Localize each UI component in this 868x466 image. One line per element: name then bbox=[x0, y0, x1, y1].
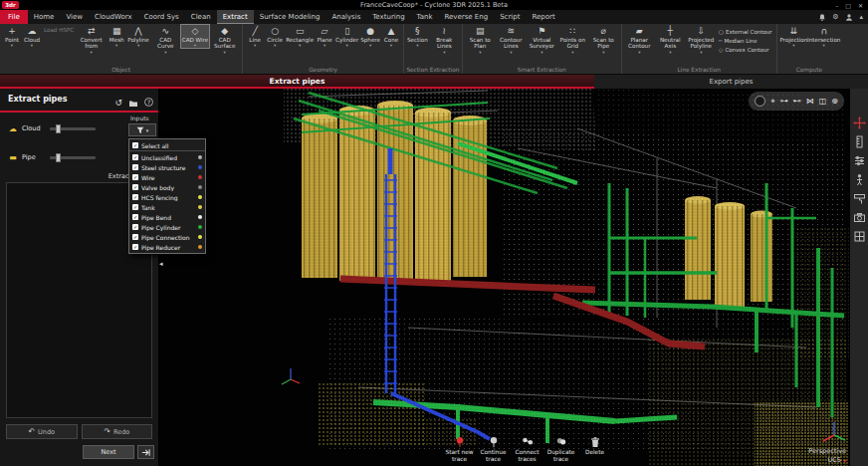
class-filter-option[interactable]: ✓ Pipe Bend bbox=[129, 212, 205, 222]
split-view-icon[interactable]: ◫ bbox=[819, 98, 827, 106]
ribbon-tab[interactable]: View bbox=[60, 10, 89, 24]
add-fitting-icon[interactable]: ⊕ bbox=[831, 98, 838, 106]
delete-trace-button[interactable]: Delete bbox=[579, 436, 610, 462]
ribbon-item[interactable]: ▭ Rectangle ▾ bbox=[285, 25, 315, 48]
class-filter-option[interactable]: ✓ Unclassified bbox=[129, 152, 205, 162]
ribbon-tab[interactable]: Reverse Eng bbox=[438, 10, 494, 24]
ribbon-item[interactable]: ⋀ Polyline ▾ bbox=[126, 25, 150, 48]
ribbon-item[interactable]: ▤ Scan to Plan ▾ bbox=[465, 25, 496, 55]
ribbon-small-item[interactable]: ─ Median Line bbox=[719, 37, 772, 44]
ribbon-small-item[interactable]: ◇ Convex Contour bbox=[719, 46, 772, 53]
continue-trace-button[interactable]: Continue trace bbox=[478, 436, 509, 462]
connect-traces-button[interactable]: Connect traces bbox=[512, 436, 542, 462]
ribbon-tab[interactable]: Texturing bbox=[366, 10, 410, 24]
run-step-button[interactable] bbox=[137, 445, 154, 459]
ribbon-tab[interactable]: Clean bbox=[185, 10, 217, 24]
ucs-label[interactable]: UCS bbox=[828, 456, 841, 464]
checkbox-checked-icon[interactable]: ✓ bbox=[132, 184, 138, 190]
ribbon-tab[interactable]: Analysis bbox=[326, 10, 366, 24]
user-icon[interactable] bbox=[844, 12, 853, 22]
pipe-run-icon[interactable]: ⊶ bbox=[780, 98, 788, 106]
ribbon-tab[interactable]: Tank bbox=[411, 10, 439, 24]
connect-icon[interactable]: ⋈ bbox=[806, 98, 814, 106]
ribbon-tab[interactable]: Surface Modeling bbox=[254, 10, 326, 24]
checkbox-checked-icon[interactable]: ✓ bbox=[132, 224, 138, 230]
close-button[interactable]: ✕ bbox=[858, 2, 863, 9]
ribbon-tab[interactable]: Script bbox=[494, 10, 526, 24]
ribbon-item[interactable]: ▦ Mesh ▾ bbox=[107, 25, 126, 48]
ribbon-item[interactable]: ⇊ Projection ▾ bbox=[779, 25, 809, 48]
start-new-trace-button[interactable]: Start new trace bbox=[444, 436, 475, 462]
camera-icon[interactable] bbox=[852, 210, 867, 225]
ribbon-item[interactable]: § Section ▾ bbox=[406, 25, 429, 48]
ribbon-item[interactable]: ∿ CAD Curve ▾ bbox=[150, 25, 181, 55]
help-icon[interactable]: ? bbox=[144, 98, 153, 107]
move-gizmo-icon[interactable] bbox=[852, 116, 867, 130]
surveyor-person-icon[interactable] bbox=[852, 172, 867, 187]
settings-gear-icon[interactable]: ⚙ bbox=[832, 14, 838, 21]
ribbon-item[interactable]: ⌀ Scan to Pipe ▾ bbox=[588, 25, 619, 55]
ribbon-item[interactable]: ◇ CAD Wire ▾ bbox=[181, 25, 209, 48]
ribbon-tab[interactable]: File bbox=[0, 10, 28, 24]
ribbon-item[interactable]: ┼ Neutral Axis ▾ bbox=[655, 25, 686, 55]
ribbon-item[interactable]: ≀ Break Lines ▾ bbox=[429, 25, 460, 55]
ribbon-item[interactable]: ○ Circle ▾ bbox=[265, 25, 285, 48]
ruler-icon[interactable] bbox=[852, 134, 867, 149]
class-filter-option[interactable]: ✓ Wire bbox=[129, 172, 205, 182]
class-filter-option[interactable]: ✓ HCS fencing bbox=[129, 192, 205, 202]
checkbox-checked-icon[interactable]: ✓ bbox=[132, 234, 138, 240]
paint-roller-icon[interactable] bbox=[852, 191, 867, 206]
ribbon-item[interactable]: ◆ CAD Surface ▾ bbox=[209, 25, 240, 55]
ribbon-item[interactable]: ▲ Cone ▾ bbox=[381, 25, 401, 48]
input-slider[interactable] bbox=[50, 127, 96, 130]
ribbon-tab[interactable]: Report bbox=[526, 10, 560, 24]
ribbon-item[interactable]: ⇩ Projected Polyline ▾ bbox=[686, 25, 717, 55]
slider-handle[interactable] bbox=[56, 124, 61, 133]
class-filter-option[interactable]: ✓ Pipe Reducer bbox=[129, 242, 205, 252]
class-filter-option[interactable]: ✓ Pipe Cylinder bbox=[129, 222, 205, 232]
class-filter-option[interactable]: ✓ Steel structure bbox=[129, 162, 205, 172]
display-settings-icon[interactable] bbox=[852, 153, 867, 168]
minimize-button[interactable]: – bbox=[835, 2, 838, 9]
export-pipes-label[interactable]: Export pipes bbox=[594, 75, 868, 89]
pipe-branch-icon[interactable]: ⊷ bbox=[793, 98, 801, 106]
checkbox-checked-icon[interactable]: ✓ bbox=[132, 174, 138, 180]
checkbox-checked-icon[interactable]: ✓ bbox=[132, 214, 138, 220]
ribbon-item[interactable]: Load HSPC ▾ bbox=[42, 25, 76, 35]
ribbon-item[interactable]: ∩ Intersection ▾ bbox=[808, 25, 839, 48]
undo-button[interactable]: ↶ Undo bbox=[6, 424, 78, 439]
class-filter-option[interactable]: ✓ Valve body bbox=[129, 182, 205, 192]
layers-grid-icon[interactable] bbox=[852, 229, 867, 244]
ucs-dropdown-icon[interactable]: ▾ bbox=[843, 457, 846, 464]
checkbox-checked-icon[interactable]: ✓ bbox=[132, 154, 138, 160]
panel-collapse-handle[interactable]: ◂ bbox=[159, 260, 163, 268]
ribbon-item[interactable]: ≋ Contour Lines ▾ bbox=[496, 25, 527, 55]
ribbon-item[interactable]: ☁ Cloud ▾ bbox=[22, 25, 42, 48]
checkbox-checked-icon[interactable]: ✓ bbox=[132, 204, 138, 210]
class-filter-option[interactable]: ✓ Tank bbox=[129, 202, 205, 212]
class-filter-button[interactable]: ▾ bbox=[128, 123, 156, 136]
reset-icon[interactable]: ↺ bbox=[114, 98, 122, 108]
maximize-button[interactable]: □ bbox=[845, 2, 851, 9]
ribbon-item[interactable]: ⚑ Virtual Surveyor ▾ bbox=[527, 25, 557, 55]
ribbon-item[interactable]: ╱ Line ▾ bbox=[245, 25, 265, 48]
orbit-ball-icon[interactable] bbox=[755, 96, 765, 107]
ribbon-item[interactable]: ● Sphere ▾ bbox=[359, 25, 381, 48]
ribbon-item[interactable]: ▰ Planar Contour ▾ bbox=[624, 25, 655, 55]
input-slider[interactable] bbox=[50, 156, 96, 159]
ribbon-item[interactable]: + Point ▾ bbox=[2, 25, 22, 48]
checkbox-checked-icon[interactable]: ✓ bbox=[132, 244, 138, 250]
viewport-3d[interactable]: ◂ ⌖ ⊶ ⊷ ⋈ ◫ ⊕ bbox=[159, 89, 849, 466]
ribbon-small-item[interactable]: ○ External Contour bbox=[719, 28, 772, 35]
ribbon-tab[interactable]: CloudWorx bbox=[89, 10, 138, 24]
ribbon-item[interactable]: ▯ Cylinder ▾ bbox=[334, 25, 359, 48]
class-filter-option[interactable]: ✓ Select all bbox=[129, 140, 205, 151]
point-cloud-scene[interactable] bbox=[159, 89, 849, 466]
target-icon[interactable]: ⌖ bbox=[770, 98, 775, 106]
projection-mode-label[interactable]: Perspective bbox=[808, 447, 846, 455]
folder-icon[interactable] bbox=[128, 93, 138, 112]
checkbox-checked-icon[interactable]: ✓ bbox=[132, 142, 138, 148]
ribbon-tab[interactable]: Extract bbox=[217, 10, 254, 24]
class-filter-option[interactable]: ✓ Pipe Connection bbox=[129, 232, 205, 242]
duplicate-trace-button[interactable]: Duplicate trace bbox=[545, 436, 576, 462]
